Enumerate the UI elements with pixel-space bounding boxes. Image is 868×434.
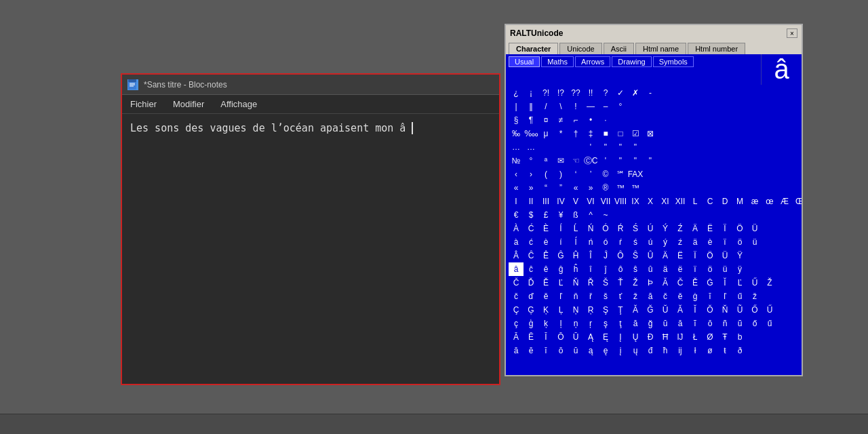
char-cell[interactable]: Î	[583, 249, 598, 262]
char-cell[interactable]: è	[538, 235, 553, 249]
char-cell[interactable]: Ŧ	[717, 330, 732, 344]
char-cell[interactable]: ä	[688, 235, 703, 249]
char-cell[interactable]: Ř	[583, 276, 598, 290]
char-cell[interactable]: ¶	[524, 113, 538, 127]
char-cell[interactable]: /	[538, 100, 553, 113]
menu-affichage[interactable]: Affichage	[218, 98, 260, 111]
char-cell[interactable]: Ň	[568, 276, 583, 290]
char-cell[interactable]: III	[538, 195, 553, 208]
char-cell[interactable]: ü	[747, 235, 762, 249]
char-cell[interactable]: ¥	[553, 208, 568, 222]
char-cell[interactable]: ļ	[553, 317, 568, 330]
char-cell[interactable]: Ş	[598, 303, 613, 317]
char-cell[interactable]: ĩ	[688, 317, 703, 330]
char-cell[interactable]: ą	[583, 344, 598, 357]
char-cell[interactable]: ?!	[538, 86, 553, 100]
char-cell[interactable]: Ĥ	[568, 249, 583, 262]
char-cell[interactable]: ħ	[658, 344, 673, 357]
char-cell[interactable]: ŧ	[717, 344, 732, 357]
char-cell[interactable]: Ť	[613, 276, 628, 290]
char-cell[interactable]: ®	[598, 181, 613, 195]
char-cell[interactable]: ă	[673, 317, 688, 330]
char-cell[interactable]: ę	[598, 344, 613, 357]
char-cell[interactable]: ‹	[509, 167, 524, 181]
char-cell[interactable]: II	[524, 195, 538, 208]
char-cell[interactable]: ö	[703, 262, 717, 276]
char-cell[interactable]: ℠	[613, 167, 628, 181]
char-cell[interactable]: Ĵ	[598, 249, 613, 262]
char-cell[interactable]: Ġ	[703, 276, 717, 290]
char-cell[interactable]: ũ	[732, 317, 747, 330]
char-cell[interactable]: $	[524, 208, 538, 222]
char-cell[interactable]: ú	[643, 235, 658, 249]
char-cell[interactable]: ē	[524, 344, 538, 357]
char-cell[interactable]: ť	[613, 290, 628, 303]
char-cell[interactable]: ô	[613, 262, 628, 276]
char-cell[interactable]: ĥ	[568, 262, 583, 276]
char-cell[interactable]: Ħ	[658, 330, 673, 344]
char-cell[interactable]: ç	[509, 317, 524, 330]
char-cell[interactable]: §	[509, 113, 524, 127]
char-cell[interactable]: Ü	[747, 222, 762, 235]
char-cell[interactable]: »	[583, 181, 598, 195]
char-cell[interactable]: ź	[673, 235, 688, 249]
char-cell[interactable]: Ĭ	[717, 276, 732, 290]
char-cell[interactable]: Ó	[598, 222, 613, 235]
char-cell[interactable]: Ê	[538, 249, 553, 262]
char-cell[interactable]: ğ	[643, 317, 658, 330]
char-cell[interactable]: '	[598, 154, 613, 167]
char-cell[interactable]: Û	[643, 249, 658, 262]
char-cell[interactable]: ï	[688, 262, 703, 276]
char-cell[interactable]: ’	[583, 167, 598, 181]
char-cell[interactable]: È	[538, 222, 553, 235]
char-cell[interactable]: Ë	[703, 222, 717, 235]
char-cell[interactable]: Ĺ	[568, 222, 583, 235]
char-cell[interactable]: ä	[658, 262, 673, 276]
char-cell[interactable]: Ć	[524, 222, 538, 235]
char-cell[interactable]: ï	[717, 235, 732, 249]
tab-unicode[interactable]: Unicode	[559, 43, 601, 54]
char-cell[interactable]: Ĝ	[553, 249, 568, 262]
char-cell[interactable]: VI	[583, 195, 598, 208]
char-cell[interactable]: ë	[673, 262, 688, 276]
char-cell[interactable]: №	[509, 154, 524, 167]
char-cell[interactable]: ??	[568, 86, 583, 100]
char-cell[interactable]: ©	[598, 167, 613, 181]
char-cell[interactable]: ū	[568, 344, 583, 357]
char-cell[interactable]: â	[509, 262, 524, 276]
char-cell[interactable]: "	[598, 140, 613, 154]
char-cell[interactable]: ⊠	[643, 127, 658, 140]
tab-html-name[interactable]: Html name	[635, 43, 686, 54]
char-cell[interactable]: Ő	[747, 303, 762, 317]
char-cell[interactable]: Đ	[643, 330, 658, 344]
char-cell[interactable]: Æ	[777, 195, 792, 208]
char-cell[interactable]: ^	[583, 208, 598, 222]
char-cell[interactable]: C	[703, 195, 717, 208]
char-cell[interactable]: "	[628, 140, 643, 154]
char-cell[interactable]: Ň	[717, 303, 732, 317]
char-cell[interactable]: Ł	[688, 330, 703, 344]
char-cell[interactable]: Ö	[732, 222, 747, 235]
char-cell[interactable]: °	[524, 154, 538, 167]
char-cell[interactable]: ■	[598, 127, 613, 140]
char-cell[interactable]: ă	[643, 290, 658, 303]
char-cell[interactable]: !?	[553, 86, 568, 100]
char-cell[interactable]: "	[628, 154, 643, 167]
char-cell[interactable]: *	[553, 127, 568, 140]
char-cell[interactable]: Ŗ	[583, 303, 598, 317]
char-cell[interactable]: ó	[598, 235, 613, 249]
char-cell[interactable]: »	[524, 181, 538, 195]
char-cell[interactable]: ň	[568, 290, 583, 303]
char-cell[interactable]: ü	[717, 262, 732, 276]
char-cell[interactable]: Ž	[762, 276, 777, 290]
char-cell[interactable]: ī	[538, 344, 553, 357]
char-cell[interactable]: ‰	[509, 127, 524, 140]
char-cell[interactable]: ☜	[568, 154, 583, 167]
char-cell[interactable]: ™	[628, 181, 643, 195]
char-cell[interactable]: …	[509, 140, 524, 154]
char-cell[interactable]: Ě	[538, 276, 553, 290]
char-cell[interactable]: Â	[509, 249, 524, 262]
char-cell[interactable]: M	[732, 195, 747, 208]
char-cell[interactable]: ß	[568, 208, 583, 222]
char-cell[interactable]: Ë	[673, 249, 688, 262]
